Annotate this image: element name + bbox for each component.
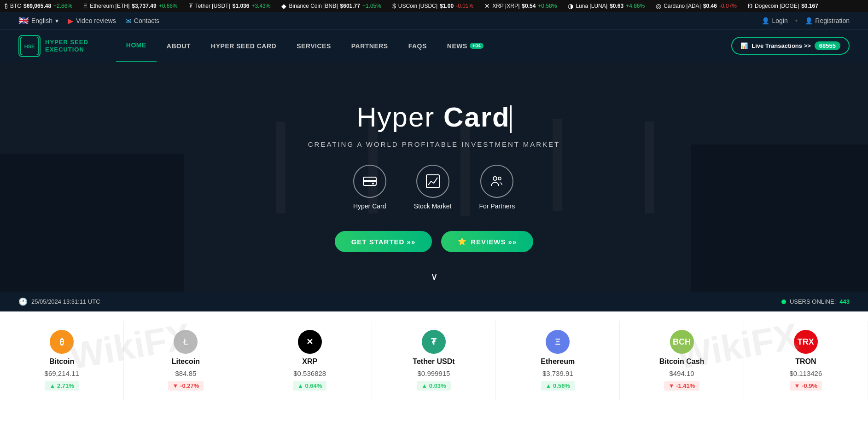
chevron-down-icon: ▾ bbox=[55, 17, 58, 24]
users-online: USERS ONLINE: 443 bbox=[781, 298, 850, 305]
crypto-name: Tether USDt bbox=[413, 357, 454, 366]
login-button[interactable]: 👤 Login bbox=[762, 17, 787, 24]
clock-icon: 🕐 bbox=[18, 297, 28, 306]
coin-icon: ◎ bbox=[656, 2, 661, 10]
logo-line2: EXECUTION bbox=[45, 46, 88, 53]
nav-links: HOMEABOUTHYPER SEED CARDSERVICESPARTNERS… bbox=[116, 30, 731, 62]
reviews-button[interactable]: ⭐ REVIEWS »» bbox=[441, 231, 533, 252]
svg-point-14 bbox=[493, 177, 497, 180]
hero-subtitle: CREATING A WORLD PROFITABLE INVESTMENT M… bbox=[308, 140, 560, 148]
ticker-item-usdc: $USCoin [USDC]$1.00-0.01% bbox=[392, 2, 473, 10]
crypto-icon: Ł bbox=[174, 330, 198, 354]
icon-label: Hyper Card bbox=[353, 202, 386, 210]
crypto-card-tether-usdt[interactable]: ₮ Tether USDt $0.999915 ▲ 0.03% bbox=[372, 321, 496, 400]
coin-icon: ◑ bbox=[568, 2, 573, 10]
crypto-card-bitcoin-cash[interactable]: BCH Bitcoin Cash $494.10 ▼ -1.41% bbox=[620, 321, 744, 400]
hero-section: Hyper Card CREATING A WORLD PROFITABLE I… bbox=[0, 62, 868, 292]
user-icon: 👤 bbox=[762, 17, 769, 24]
hero-icon-stock-market[interactable]: Stock Market bbox=[414, 165, 452, 210]
crypto-name: Bitcoin Cash bbox=[659, 357, 705, 366]
nav-item-home[interactable]: HOME bbox=[116, 30, 157, 62]
crypto-icon: Ξ bbox=[546, 330, 570, 354]
users-online-label: USERS ONLINE: bbox=[790, 298, 836, 305]
crypto-change: ▲ 0.64% bbox=[293, 381, 326, 391]
crypto-card-xrp[interactable]: ✕ XRP $0.536828 ▲ 0.64% bbox=[248, 321, 372, 400]
crypto-icon: ₮ bbox=[422, 330, 446, 354]
logo-text: HYPER SEED EXECUTION bbox=[45, 39, 88, 53]
svg-point-15 bbox=[498, 177, 501, 180]
language-selector[interactable]: 🇬🇧 English ▾ bbox=[18, 16, 58, 26]
chart-icon: 📊 bbox=[740, 42, 748, 49]
register-button[interactable]: 👤 Registration bbox=[805, 17, 850, 24]
hero-title-normal: Hyper bbox=[356, 102, 443, 133]
icon-circle bbox=[416, 165, 449, 198]
crypto-change: ▼ -1.41% bbox=[664, 381, 700, 391]
svg-rect-13 bbox=[426, 175, 439, 188]
ticker-item-xrp: ✕XRP [XRP]$0.54+0.58% bbox=[484, 2, 557, 10]
language-label: English bbox=[31, 17, 52, 24]
icon-label: Stock Market bbox=[414, 202, 452, 210]
crypto-icon: ✕ bbox=[298, 330, 322, 354]
logo[interactable]: HSE HYPER SEED EXECUTION bbox=[18, 35, 88, 57]
crypto-icon: TRX bbox=[794, 330, 818, 354]
coin-icon: ₿ bbox=[5, 2, 8, 10]
ticker-bar: ₿BTC$69,065.48+2.66%ΞEthereum [ETH]$3,73… bbox=[0, 0, 868, 12]
live-btn-label: Live Transactions >> bbox=[751, 42, 811, 49]
live-count-badge: 68555 bbox=[815, 41, 840, 50]
crypto-price: $3,739.91 bbox=[542, 369, 573, 377]
crypto-icon: ₿ bbox=[50, 330, 74, 354]
crypto-price: $0.113426 bbox=[789, 369, 822, 377]
hero-buttons: GET STARTED »» ⭐ REVIEWS »» bbox=[335, 231, 534, 252]
nav-item-about[interactable]: ABOUT bbox=[157, 30, 201, 62]
icon-circle bbox=[353, 165, 386, 198]
crypto-card-bitcoin[interactable]: ₿ Bitcoin $69,214.11 ▲ 2.71% bbox=[0, 321, 124, 400]
crypto-change: ▼ -0.9% bbox=[790, 381, 822, 391]
topbar-right: 👤 Login • 👤 Registration bbox=[762, 17, 850, 25]
scroll-down-chevron[interactable]: ∨ bbox=[431, 271, 438, 282]
crypto-icon: BCH bbox=[670, 330, 694, 354]
envelope-icon: ✉ bbox=[125, 17, 131, 25]
nav-item-partners[interactable]: PARTNERS bbox=[341, 30, 398, 62]
hero-title: Hyper Card bbox=[356, 101, 511, 133]
crypto-price: $69,214.11 bbox=[45, 369, 79, 377]
crypto-change: ▲ 2.71% bbox=[45, 381, 78, 391]
crypto-name: Ethereum bbox=[541, 357, 575, 366]
ticker-item-doge: ÐDogecoin [DOGE]$0.167 bbox=[748, 2, 818, 10]
crypto-name: Bitcoin bbox=[49, 357, 74, 366]
users-online-count: 443 bbox=[839, 298, 850, 305]
crypto-card-litecoin[interactable]: Ł Litecoin $84.85 ▼ -0.27% bbox=[124, 321, 248, 400]
icon-label: For Partners bbox=[479, 202, 515, 210]
crypto-change: ▲ 0.56% bbox=[541, 381, 575, 391]
coin-icon: $ bbox=[392, 2, 396, 10]
coin-icon: Ð bbox=[748, 2, 752, 10]
crypto-cards-section: ₿ Bitcoin $69,214.11 ▲ 2.71% Ł Litecoin … bbox=[0, 311, 868, 409]
contacts-link[interactable]: ✉ Contacts bbox=[125, 17, 159, 25]
crypto-price: $84.85 bbox=[175, 369, 196, 377]
datetime-label: 25/05/2024 13:31:11 UTC bbox=[31, 298, 100, 305]
contacts-label: Contacts bbox=[134, 17, 159, 24]
live-transactions-button[interactable]: 📊 Live Transactions >> 68555 bbox=[731, 37, 850, 55]
video-reviews-link[interactable]: ▶ Video reviews bbox=[68, 17, 116, 25]
ticker-item-luna: ◑Luna [LUNA]$0.63+4.86% bbox=[568, 2, 645, 10]
nav-item-news[interactable]: NEWS+04 bbox=[437, 30, 494, 62]
svg-rect-11 bbox=[363, 180, 376, 182]
online-indicator bbox=[781, 300, 786, 304]
crypto-name: TRON bbox=[795, 357, 816, 366]
nav-item-faqs[interactable]: FAQS bbox=[398, 30, 437, 62]
star-icon: ⭐ bbox=[458, 237, 467, 246]
hero-content: Hyper Card CREATING A WORLD PROFITABLE I… bbox=[308, 101, 560, 252]
navbar: HSE HYPER SEED EXECUTION HOMEABOUTHYPER … bbox=[0, 29, 868, 62]
nav-item-services[interactable]: SERVICES bbox=[286, 30, 341, 62]
crypto-card-ethereum[interactable]: Ξ Ethereum $3,739.91 ▲ 0.56% bbox=[496, 321, 620, 400]
get-started-button[interactable]: GET STARTED »» bbox=[335, 231, 432, 252]
crypto-name: Litecoin bbox=[172, 357, 200, 366]
hero-icon-hyper-card[interactable]: Hyper Card bbox=[353, 165, 386, 210]
news-badge: +04 bbox=[470, 43, 484, 49]
video-reviews-label: Video reviews bbox=[76, 17, 116, 24]
nav-item-hyper-seed-card[interactable]: HYPER SEED CARD bbox=[201, 30, 286, 62]
crypto-card-tron[interactable]: TRX TRON $0.113426 ▼ -0.9% bbox=[744, 321, 868, 400]
status-bar: 🕐 25/05/2024 13:31:11 UTC USERS ONLINE: … bbox=[0, 292, 868, 311]
separator: • bbox=[795, 17, 798, 25]
hero-icon-for-partners[interactable]: For Partners bbox=[479, 165, 515, 210]
logo-line1: HYPER SEED bbox=[45, 39, 88, 46]
